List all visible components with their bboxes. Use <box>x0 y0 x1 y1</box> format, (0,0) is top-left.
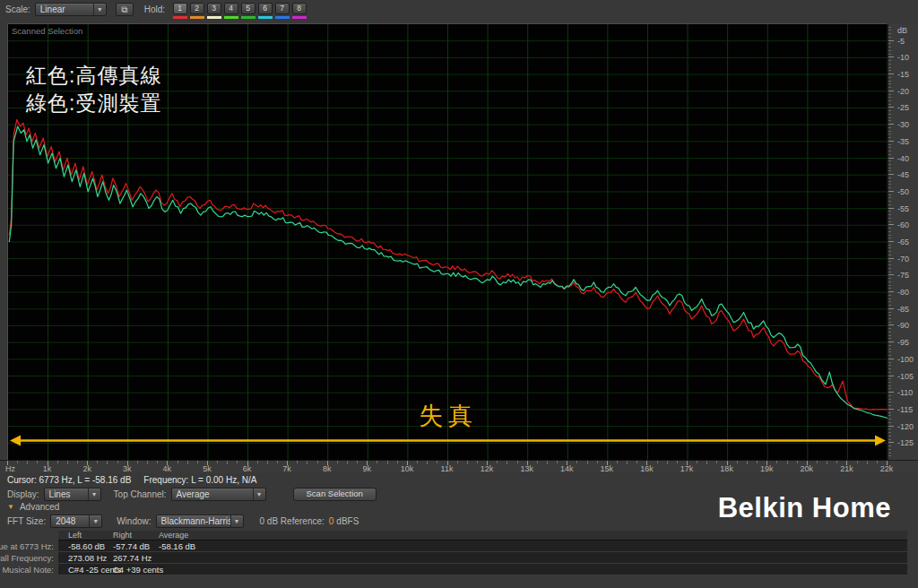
x-tick <box>178 461 178 463</box>
y-tick <box>888 30 891 30</box>
x-tick <box>57 461 58 463</box>
x-tick <box>107 461 108 464</box>
y-tick <box>888 110 891 111</box>
y-tick <box>888 141 894 142</box>
hold-button-4[interactable]: 4 <box>224 3 238 14</box>
hold-button-7[interactable]: 7 <box>275 3 290 14</box>
x-tick-label: 1k <box>43 464 52 473</box>
y-tick <box>888 197 891 198</box>
y-tick <box>888 27 891 28</box>
fft-size-label: FFT Size: <box>7 516 46 526</box>
y-tick <box>888 47 891 48</box>
x-tick <box>627 461 628 464</box>
y-tick-label: -45 <box>897 170 909 179</box>
x-tick <box>257 461 258 463</box>
y-tick <box>888 332 891 333</box>
y-tick <box>888 114 891 115</box>
x-tick <box>867 461 868 464</box>
x-tick-label: 7k <box>282 464 291 473</box>
x-tick <box>137 461 138 463</box>
display-select[interactable]: Lines ▾ <box>44 488 101 501</box>
scan-selection-button[interactable]: Scan Selection <box>293 488 377 501</box>
frequency-ruler[interactable]: Hz1k2k3k4k5k6k7k8k9k10k11k12k13k14k15k16… <box>0 460 918 473</box>
curve-hifi-cable-red <box>9 120 888 411</box>
y-tick <box>888 241 894 242</box>
cursor-readout: Cursor: 6773 Hz, L = -58.16 dB <box>7 475 131 485</box>
table-row-label: Overall Frequency: <box>0 553 54 563</box>
y-tick <box>888 187 891 188</box>
table-cell: -58.16 dB <box>159 541 195 551</box>
x-tick <box>737 461 738 463</box>
advanced-section-toggle[interactable]: ▼ Advanced <box>7 502 59 512</box>
arrow-left-head-icon <box>10 436 21 446</box>
y-tick <box>888 445 891 446</box>
hold-button-1[interactable]: 1 <box>173 3 187 14</box>
copy-graph-button[interactable]: ⧉ <box>116 3 134 16</box>
db-ruler[interactable]: dB-5-10-15-20-25-30-35-40-45-50-55-60-65… <box>888 23 918 460</box>
fft-size-select[interactable]: 2048 ▾ <box>50 514 102 528</box>
display-controls-row: Display: Lines ▾ Top Channel: Average ▾ … <box>7 487 377 501</box>
advanced-collapse-icon: ▼ <box>7 503 14 511</box>
table-row: C#4 -25 centsC4 +39 cents <box>58 564 907 575</box>
y-tick <box>888 117 891 118</box>
x-tick <box>187 461 188 464</box>
y-tick <box>888 174 894 175</box>
frequency-analysis-window: Scale: Linear ▾ ⧉ Hold: 12345678 Scanned… <box>0 0 918 588</box>
y-tick <box>888 295 891 296</box>
hold-label: Hold: <box>144 3 165 16</box>
hold-color-swatch-8 <box>292 16 307 19</box>
x-tick <box>697 461 697 463</box>
x-tick <box>657 461 658 463</box>
hold-button-6[interactable]: 6 <box>258 3 273 14</box>
y-tick <box>888 255 891 255</box>
y-tick <box>888 278 891 279</box>
hold-button-3[interactable]: 3 <box>207 3 221 14</box>
y-tick <box>888 131 891 132</box>
x-tick <box>237 461 238 463</box>
y-tick <box>888 422 891 423</box>
x-tick <box>157 461 158 463</box>
x-tick <box>587 461 588 464</box>
table-cell: 273.08 Hz <box>68 553 107 563</box>
top-channel-select[interactable]: Average ▾ <box>171 488 266 501</box>
chevron-down-icon: ▾ <box>253 489 265 500</box>
x-tick <box>417 461 418 463</box>
x-tick-label: 18k <box>720 464 733 473</box>
x-tick <box>877 461 878 463</box>
scale-select[interactable]: Linear ▾ <box>35 3 107 16</box>
y-tick <box>888 160 891 161</box>
x-tick <box>357 461 358 463</box>
x-tick <box>27 461 28 464</box>
x-tick <box>397 461 398 463</box>
y-tick <box>888 231 891 232</box>
y-tick <box>888 409 894 410</box>
y-tick <box>888 288 891 289</box>
y-tick-label: -55 <box>897 204 909 213</box>
reference-label: 0 dB Reference: <box>260 516 325 526</box>
window-select[interactable]: Blackmann-Harris ▾ <box>156 514 244 528</box>
hold-button-5[interactable]: 5 <box>241 3 255 14</box>
x-tick-label: 5k <box>203 464 212 473</box>
spectrum-plot[interactable]: Scanned Selection 紅色:高傳真線 綠色:受測裝置 失真 <box>7 23 888 461</box>
legend-red-line: 紅色:高傳真線 <box>26 62 161 90</box>
y-tick <box>888 338 891 339</box>
x-tick <box>197 461 198 463</box>
x-tick-label: Hz <box>5 464 15 473</box>
y-tick <box>888 399 891 400</box>
x-tick-label: 15k <box>601 464 614 473</box>
hold-button-2[interactable]: 2 <box>190 3 204 14</box>
y-tick-label: -120 <box>897 422 914 431</box>
y-tick <box>888 281 891 282</box>
hold-button-8[interactable]: 8 <box>292 3 307 14</box>
x-tick <box>787 461 788 464</box>
y-tick-label: -20 <box>897 87 909 96</box>
x-tick <box>797 461 798 463</box>
x-tick-label: 17k <box>680 464 694 473</box>
y-tick <box>888 208 894 209</box>
y-tick <box>888 322 891 323</box>
x-tick <box>17 461 18 463</box>
y-tick <box>888 120 891 121</box>
y-tick-label: -90 <box>897 321 909 330</box>
x-tick-label: 12k <box>481 464 494 473</box>
hold-color-swatch-1 <box>173 16 187 19</box>
